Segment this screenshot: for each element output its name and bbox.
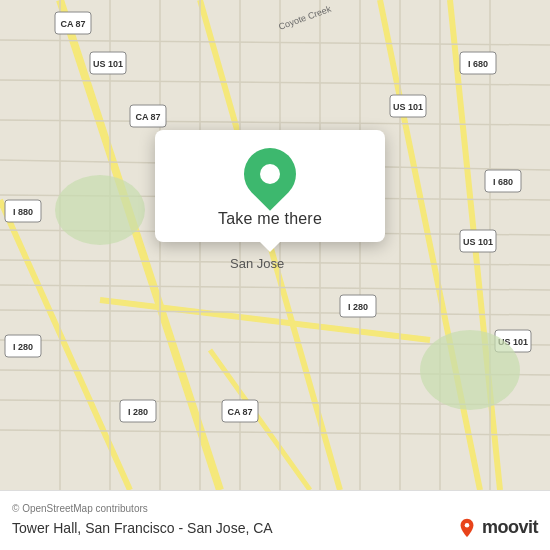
- pin-wrapper: [244, 148, 296, 200]
- svg-text:I 280: I 280: [348, 302, 368, 312]
- moovit-logo: moovit: [456, 517, 538, 539]
- svg-text:CA 87: CA 87: [227, 407, 252, 417]
- svg-text:US 101: US 101: [463, 237, 493, 247]
- svg-text:I 680: I 680: [493, 177, 513, 187]
- location-row: Tower Hall, San Francisco - San Jose, CA…: [12, 517, 538, 539]
- pin-inner-circle: [260, 164, 280, 184]
- location-label: Tower Hall, San Francisco - San Jose, CA: [12, 520, 273, 536]
- svg-text:I 680: I 680: [468, 59, 488, 69]
- svg-point-60: [55, 175, 145, 245]
- svg-text:CA 87: CA 87: [60, 19, 85, 29]
- svg-text:US 101: US 101: [393, 102, 423, 112]
- popup-card: Take me there: [155, 130, 385, 242]
- svg-point-62: [465, 522, 470, 527]
- copyright-text: © OpenStreetMap contributors: [12, 503, 538, 514]
- moovit-text: moovit: [482, 517, 538, 538]
- svg-text:San Jose: San Jose: [230, 256, 284, 271]
- take-me-there-button[interactable]: Take me there: [218, 210, 322, 228]
- svg-text:CA 87: CA 87: [135, 112, 160, 122]
- moovit-pin-icon: [456, 517, 478, 539]
- svg-point-61: [420, 330, 520, 410]
- svg-text:I 880: I 880: [13, 207, 33, 217]
- bottom-bar: © OpenStreetMap contributors Tower Hall,…: [0, 490, 550, 550]
- map: CA 87 US 101 CA 87 US 101 I 680 I 680 US…: [0, 0, 550, 490]
- svg-text:I 280: I 280: [128, 407, 148, 417]
- svg-text:I 280: I 280: [13, 342, 33, 352]
- location-pin-icon: [233, 137, 307, 211]
- svg-text:US 101: US 101: [93, 59, 123, 69]
